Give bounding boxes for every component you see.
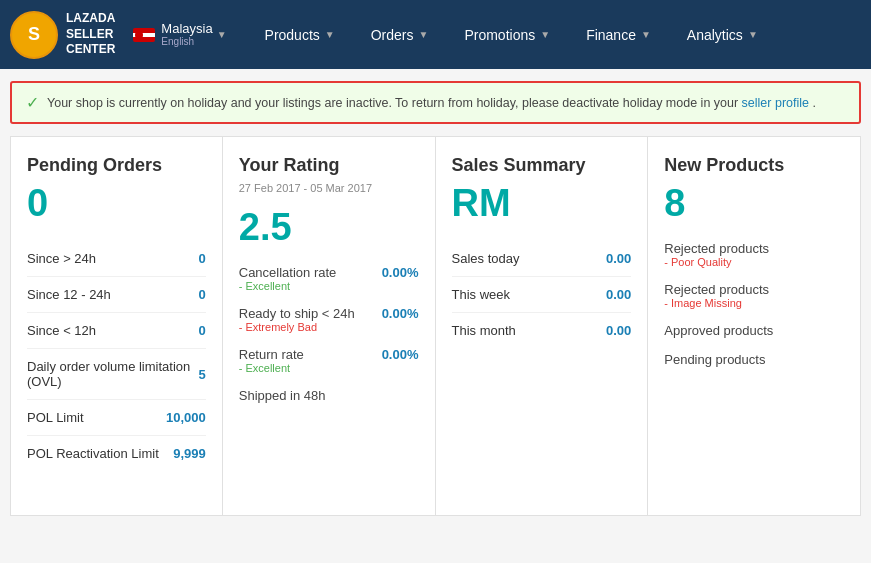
- list-item: POL Limit 10,000: [27, 400, 206, 436]
- sales-label: This week: [452, 287, 511, 302]
- rating-row-value: 0.00%: [382, 347, 419, 362]
- order-label: Since 12 - 24h: [27, 287, 111, 302]
- nav-item-analytics[interactable]: Analytics ▼: [669, 0, 776, 69]
- shipped-in-48h-label: Shipped in 48h: [239, 388, 419, 403]
- product-label: Rejected products: [664, 241, 844, 256]
- product-label: Rejected products: [664, 282, 844, 297]
- rating-row-sublabel: - Extremely Bad: [239, 321, 355, 333]
- rating-card: Your Rating 27 Feb 2017 - 05 Mar 2017 2.…: [223, 136, 436, 516]
- product-label: Pending products: [664, 352, 844, 367]
- list-item: Since 12 - 24h 0: [27, 277, 206, 313]
- list-item: Rejected products - Poor Quality: [664, 241, 844, 268]
- list-item: Return rate - Excellent 0.00%: [239, 347, 419, 374]
- new-products-card: New Products 8 Rejected products - Poor …: [648, 136, 861, 516]
- check-circle-icon: ✓: [26, 93, 39, 112]
- pending-orders-card: Pending Orders 0 Since > 24h 0 Since 12 …: [10, 136, 223, 516]
- logo-text: LAZADA SELLER CENTER: [66, 11, 115, 58]
- chevron-down-icon: ▼: [641, 29, 651, 40]
- order-label: Since > 24h: [27, 251, 96, 266]
- pending-orders-title: Pending Orders: [27, 155, 206, 176]
- list-item: POL Reactivation Limit 9,999: [27, 436, 206, 471]
- rating-row-sublabel: - Excellent: [239, 362, 304, 374]
- list-item: This week 0.00: [452, 277, 632, 313]
- main-nav: Products ▼ Orders ▼ Promotions ▼ Finance…: [247, 0, 776, 69]
- order-value: 10,000: [166, 410, 206, 425]
- holiday-alert: ✓ Your shop is currently on holiday and …: [10, 81, 861, 124]
- new-products-count: 8: [664, 182, 844, 225]
- chevron-down-icon: ▼: [540, 29, 550, 40]
- order-label: Daily order volume limitation (OVL): [27, 359, 199, 389]
- product-sublabel: - Image Missing: [664, 297, 844, 309]
- list-item: Pending products: [664, 352, 844, 367]
- chevron-down-icon: ▼: [748, 29, 758, 40]
- rating-row-label: Ready to ship < 24h: [239, 306, 355, 321]
- language-name: Malaysia: [161, 21, 212, 37]
- chevron-down-icon: ▼: [325, 29, 335, 40]
- product-sublabel: - Poor Quality: [664, 256, 844, 268]
- sales-currency: RM: [452, 182, 632, 225]
- alert-message: Your shop is currently on holiday and yo…: [47, 96, 816, 110]
- dashboard-grid: Pending Orders 0 Since > 24h 0 Since 12 …: [10, 136, 861, 516]
- nav-item-orders[interactable]: Orders ▼: [353, 0, 447, 69]
- logo-icon: S: [10, 11, 58, 59]
- chevron-down-icon: ▼: [217, 29, 227, 40]
- sales-value: 0.00: [606, 251, 631, 266]
- rating-row-label: Return rate: [239, 347, 304, 362]
- rating-row-sublabel: - Excellent: [239, 280, 337, 292]
- new-products-title: New Products: [664, 155, 844, 176]
- sales-value: 0.00: [606, 323, 631, 338]
- sales-summary-card: Sales Summary RM Sales today 0.00 This w…: [436, 136, 649, 516]
- header: S LAZADA SELLER CENTER Malaysia English …: [0, 0, 871, 69]
- order-label: Since < 12h: [27, 323, 96, 338]
- flag-icon: [133, 28, 155, 42]
- sales-title: Sales Summary: [452, 155, 632, 176]
- list-item: Daily order volume limitation (OVL) 5: [27, 349, 206, 400]
- rating-row-label: Cancellation rate: [239, 265, 337, 280]
- rating-score: 2.5: [239, 206, 419, 249]
- order-value: 0: [199, 323, 206, 338]
- order-value: 0: [199, 251, 206, 266]
- sales-label: Sales today: [452, 251, 520, 266]
- nav-item-promotions[interactable]: Promotions ▼: [446, 0, 568, 69]
- order-value: 5: [199, 367, 206, 382]
- language-sub: English: [161, 36, 212, 48]
- order-value: 9,999: [173, 446, 206, 461]
- language-selector[interactable]: Malaysia English ▼: [133, 21, 226, 49]
- order-label: POL Reactivation Limit: [27, 446, 159, 461]
- seller-profile-link[interactable]: seller profile: [742, 96, 809, 110]
- rating-row-value: 0.00%: [382, 306, 419, 321]
- list-item: This month 0.00: [452, 313, 632, 348]
- order-value: 0: [199, 287, 206, 302]
- list-item: Since < 12h 0: [27, 313, 206, 349]
- order-label: POL Limit: [27, 410, 84, 425]
- sales-value: 0.00: [606, 287, 631, 302]
- rating-title: Your Rating: [239, 155, 419, 176]
- nav-item-finance[interactable]: Finance ▼: [568, 0, 669, 69]
- rating-subtitle: 27 Feb 2017 - 05 Mar 2017: [239, 182, 419, 194]
- list-item: Sales today 0.00: [452, 241, 632, 277]
- nav-item-products[interactable]: Products ▼: [247, 0, 353, 69]
- list-item: Approved products: [664, 323, 844, 338]
- list-item: Since > 24h 0: [27, 241, 206, 277]
- list-item: Cancellation rate - Excellent 0.00%: [239, 265, 419, 292]
- product-label: Approved products: [664, 323, 844, 338]
- list-item: Ready to ship < 24h - Extremely Bad 0.00…: [239, 306, 419, 333]
- chevron-down-icon: ▼: [419, 29, 429, 40]
- rating-row-value: 0.00%: [382, 265, 419, 280]
- logo: S LAZADA SELLER CENTER: [10, 11, 115, 59]
- pending-orders-count: 0: [27, 182, 206, 225]
- sales-label: This month: [452, 323, 516, 338]
- list-item: Rejected products - Image Missing: [664, 282, 844, 309]
